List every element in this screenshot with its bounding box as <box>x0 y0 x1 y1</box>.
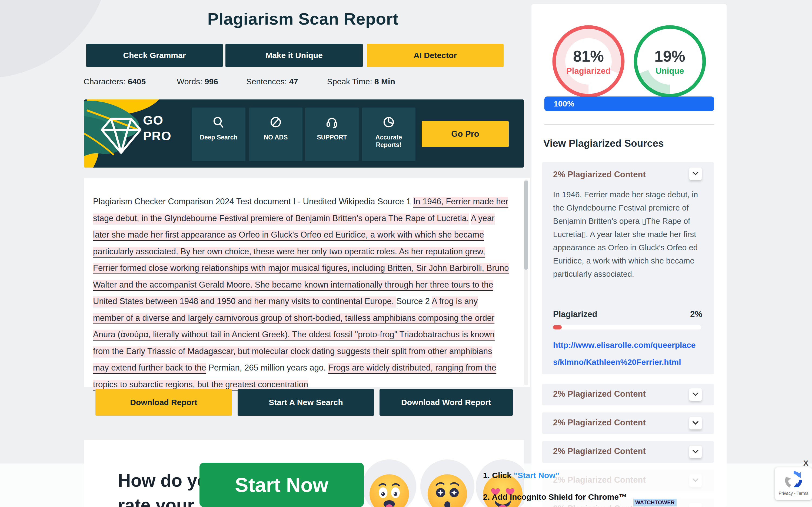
chevron-down-icon[interactable] <box>689 446 702 458</box>
report-text-box: Plagiarism Checker Comparison 2024 Test … <box>84 178 530 387</box>
stat-words: Words: 996 <box>177 77 218 86</box>
go-pro-banner: GO PRO Deep SearchNO ADSSUPPORTAccurate … <box>84 100 524 168</box>
top-button-make-it-unique[interactable]: Make it Unique <box>225 44 363 67</box>
source-link[interactable]: http://www.elisarolle.com/queerplaces/kl… <box>553 336 701 371</box>
scan-progress-label: 100% <box>554 99 575 108</box>
chevron-down-icon[interactable] <box>689 168 702 180</box>
top-button-check-grammar[interactable]: Check Grammar <box>86 44 223 67</box>
source-item-collapsed: 2% Plagiarized Content <box>542 441 714 463</box>
promo-tile-label: SUPPORT <box>305 133 359 141</box>
promo-tile-deep-search: Deep Search <box>192 108 246 161</box>
go-pro-logo-text: GO PRO <box>143 112 171 144</box>
gauge-plagiarized: 81% Plagiarized <box>551 23 626 99</box>
gauge-value: 19% <box>632 47 708 65</box>
gauge-value: 81% <box>551 47 626 65</box>
metric-track <box>553 325 701 329</box>
stat-characters: Characters: 6405 <box>84 77 146 86</box>
promo-tile-accurate-reports-: Accurate Reports! <box>362 108 416 161</box>
pie-chart-icon <box>362 115 416 131</box>
source-item-collapsed: 2% Plagiarized Content <box>542 384 714 405</box>
go-pro-button[interactable]: Go Pro <box>422 121 509 147</box>
start-now-button[interactable]: Start Now <box>200 463 364 507</box>
instruction-step-1: 1. Click "Start Now" <box>483 471 559 480</box>
no-ads-icon <box>249 115 303 131</box>
promo-tile-support: SUPPORT <box>305 108 359 161</box>
instruction-step-2: 2. Add Incognito Shield for Chrome™ <box>483 492 627 502</box>
plain-text: Source 2 <box>396 296 432 306</box>
recaptcha-caption[interactable]: Privacy - Terms <box>775 491 812 496</box>
scan-progress-bar: 100% <box>544 97 714 111</box>
promo-tile-label: NO ADS <box>249 133 303 141</box>
metric-fill <box>553 325 562 329</box>
source-item-expanded: 2% Plagiarized Content In 1946, Ferrier … <box>542 162 714 374</box>
close-icon[interactable]: X <box>803 459 809 467</box>
start-now-reference: "Start Now" <box>513 471 559 480</box>
recaptcha-badge[interactable]: Privacy - Terms <box>775 467 812 500</box>
scrollbar-thumb[interactable] <box>524 180 528 270</box>
headset-icon <box>305 115 359 131</box>
gauge-label: Unique <box>632 66 708 76</box>
stat-sentences: Sentences: 47 <box>246 77 298 86</box>
chevron-down-icon[interactable] <box>689 417 702 430</box>
rating-panel: How do you rate your Start Now <box>84 440 524 507</box>
start-a-new-search-button[interactable]: Start A New Search <box>237 389 374 416</box>
highlighted-sentence: By her own choice, these were her only t… <box>180 247 399 258</box>
gauge-unique: 19% Unique <box>632 23 708 99</box>
plain-text <box>469 214 471 223</box>
plain-text: Plagiarism Checker Comparison 2024 Test … <box>93 197 413 206</box>
promo-tile-label: Deep Search <box>192 133 246 141</box>
source-item-title: 2% Plagiarized Content <box>553 446 646 456</box>
diamond-icon <box>98 110 144 157</box>
promo-tile-no-ads: NO ADS <box>249 108 303 161</box>
search-icon <box>192 115 246 131</box>
watchtower-logo: WATCHTOWER <box>633 499 676 506</box>
tongue-out-emoji[interactable] <box>369 474 410 507</box>
star-struck-emoji[interactable] <box>427 474 468 507</box>
top-button-ai-detector[interactable]: AI Detector <box>367 44 503 67</box>
report-text: Plagiarism Checker Comparison 2024 Test … <box>93 193 509 393</box>
page-title: Plagiarism Scan Report <box>84 9 522 29</box>
source-item-title: 2% Plagiarized Content <box>553 389 646 399</box>
metric-label: Plagiarized <box>553 309 597 319</box>
chevron-down-icon[interactable] <box>689 388 702 401</box>
stat-speaktime: Speak Time: 8 Min <box>327 77 395 86</box>
metric-value: 2% <box>690 309 702 319</box>
plagiarism-report-page: Plagiarism Scan Report Check GrammarMake… <box>0 0 812 507</box>
promo-tile-label: Accurate Reports! <box>362 133 416 149</box>
sources-heading: View Plagiarized Sources <box>543 138 664 149</box>
source-excerpt: In 1946, Ferrier made her stage debut, i… <box>553 188 701 281</box>
results-sidebar: 81% Plagiarized 19% Unique 100% View Pla… <box>531 4 726 507</box>
source-item-collapsed: 2% Plagiarized Content <box>542 412 714 434</box>
download-word-report-button[interactable]: Download Word Report <box>380 389 513 416</box>
gauge-label: Plagiarized <box>551 66 626 76</box>
source-item-title: 2% Plagiarized Content <box>553 418 646 428</box>
sidebar-divider <box>544 124 714 125</box>
rating-question-line2: rate your <box>118 495 194 507</box>
recaptcha-icon <box>784 470 803 490</box>
source-item-title: 2% Plagiarized Content <box>553 170 646 179</box>
plain-text: Permian, 265 million years ago. <box>206 363 328 373</box>
download-report-button[interactable]: Download Report <box>95 389 232 416</box>
